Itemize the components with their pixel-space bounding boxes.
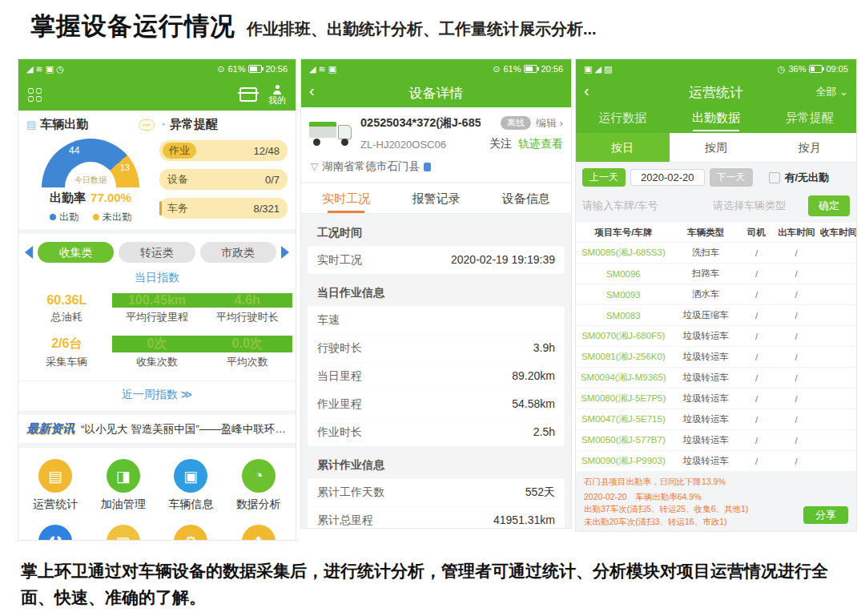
blue-dot-icon	[50, 214, 56, 220]
attendance-panel: ▤ 车辆出勤 … 44 13 今日数据 出勤率77.00% 出勤 未出勤	[26, 117, 155, 224]
status-bar: ▣ ◢ ▨ ◷ 36% 09:05	[576, 59, 856, 79]
location-marker-icon: ▽	[311, 161, 318, 172]
legend-absent: 未出勤	[93, 211, 131, 224]
tab-abnormal[interactable]: 异常提醒	[762, 106, 856, 133]
repair-icon: ⚒	[38, 525, 72, 541]
tab-run-data[interactable]: 运行数据	[576, 106, 670, 133]
status-icons: ◢ ≋ ▣ ◷	[26, 64, 64, 74]
alert-value: 8/321	[253, 203, 280, 215]
search-row: 请输入车牌/车号 请选择车辆类型 确定	[576, 192, 856, 223]
date-nav: 上一天 2020-02-20 下一天 有/无出勤	[576, 163, 856, 192]
stat-collect-vehicles: 2/6台采集车辆	[22, 336, 112, 369]
tab-realtime[interactable]: 实时工况	[301, 183, 391, 213]
device-detail-screen: ◢ ≋ ▣ ⊙ 61% 20:56 ‹ 设备详情 02525034*372(湘J…	[300, 58, 572, 529]
all-filter-dropdown[interactable]: 全部 ⌄	[815, 85, 848, 99]
share-button[interactable]: 分享	[803, 506, 848, 524]
app-repair[interactable]: ⚒维修使用	[22, 525, 90, 541]
tab-alarms[interactable]: 报警记录	[391, 183, 481, 213]
tab-by-week[interactable]: 按周	[670, 133, 763, 162]
tab-transfer[interactable]: 转运类	[119, 242, 195, 263]
next-category-arrow-icon[interactable]	[281, 246, 289, 259]
gauge-present-count: 44	[69, 145, 79, 156]
back-button[interactable]: ‹	[584, 82, 589, 100]
vehicle-mgmt-icon: ⚙	[174, 525, 207, 541]
prev-category-arrow-icon[interactable]	[25, 246, 33, 259]
attendance-title: 车辆出勤	[40, 117, 88, 132]
kv-row: 作业时长2.5h	[308, 418, 565, 446]
section-total: 累计作业信息 累计工作天数552天 累计总里程41951.31km 累计作业里程…	[308, 453, 565, 529]
table-row[interactable]: SM0090(湘J-P9903)垃圾转运车//	[576, 450, 856, 471]
edit-button[interactable]: 编辑 ›	[536, 116, 563, 131]
follow-button[interactable]: 关注	[489, 137, 512, 151]
more-button[interactable]: …	[139, 119, 155, 131]
app-operation-stats[interactable]: ▤运营统计	[22, 459, 90, 512]
app-fuel-mgmt[interactable]: ◨加油管理	[90, 459, 158, 512]
profile-label: 我的	[268, 96, 286, 105]
status-bar: ◢ ≋ ▣ ⊙ 61% 20:56	[301, 59, 571, 79]
app-vehicle-mgmt[interactable]: ⚙车务管理	[157, 525, 225, 541]
tab-by-month[interactable]: 按月	[762, 133, 856, 162]
back-button[interactable]: ‹	[309, 82, 315, 100]
app-vehicle-info[interactable]: ▣车辆信息	[157, 459, 225, 512]
table-row[interactable]: SM0050(湘J-577B7)垃圾转运车//	[576, 429, 856, 450]
tab-device-info[interactable]: 设备信息	[481, 183, 571, 213]
alert-value: 12/48	[253, 145, 280, 157]
app-data-analysis[interactable]: ◔数据分析	[225, 459, 293, 512]
legend-present: 出勤	[50, 211, 78, 224]
tab-municipal[interactable]: 市政类	[200, 242, 276, 263]
table-row[interactable]: SM0094(湘J-M9365)垃圾转运车//	[576, 367, 856, 388]
alert-row-work[interactable]: 作业 12/48	[159, 140, 288, 161]
stat-avg-times: 0.0次平均次数	[202, 336, 292, 369]
battery-icon	[524, 65, 537, 73]
section-today: 当日作业信息 车速 行驶时长3.9h 当日里程89.20km 作业里程54.58…	[308, 280, 565, 446]
nav-bar: ‹ 运营统计 全部 ⌄	[576, 79, 856, 106]
alert-label: 作业	[163, 143, 196, 159]
status-time: 20:56	[541, 64, 563, 74]
alert-row-device[interactable]: 设备 0/7	[159, 169, 288, 190]
next-day-button[interactable]: 下一天	[710, 168, 753, 187]
week-index-link[interactable]: 近一周指数 ≫	[18, 380, 296, 410]
prev-day-button[interactable]: 上一天	[582, 168, 626, 187]
confirm-button[interactable]: 确定	[808, 195, 850, 216]
battery-icon	[809, 65, 823, 73]
vehicle-type-select[interactable]: 请选择车辆类型	[695, 199, 803, 213]
device-model: ZL-HJ2020OSC06	[360, 139, 446, 151]
truck-image	[309, 115, 354, 147]
profile-button[interactable]: 我的	[268, 85, 286, 105]
alert-value: 0/7	[265, 174, 280, 186]
alert-icon: ◔	[159, 119, 166, 131]
plate-search-input[interactable]: 请输入车牌/车号	[582, 199, 690, 213]
table-row[interactable]: SM0070(湘J-680F5)垃圾转运车//	[576, 325, 856, 346]
date-input[interactable]: 2020-02-20	[630, 169, 705, 186]
scan-icon[interactable]	[239, 87, 257, 102]
attendance-summary: 石门县项目出勤率，日同比下降13.9% 2020-02-20 车辆出勤率64.9…	[576, 471, 856, 532]
table-row[interactable]: SM0085(湘J-685S3)洗扫车//	[576, 242, 856, 263]
tab-attendance-data[interactable]: 出勤数据	[670, 106, 763, 133]
app-accident-log[interactable]: ▦事故记录	[90, 525, 158, 541]
table-row[interactable]: SM0047(湘J-5E715)垃圾转运车//	[576, 409, 856, 429]
table-row[interactable]: SM0083垃圾压缩车//	[576, 304, 856, 325]
tab-by-day[interactable]: 按日	[576, 133, 670, 162]
location-row: ▽ 湖南省常德市石门县	[301, 158, 571, 182]
alert-row-vehicle[interactable]: 车务 8/321	[159, 198, 288, 219]
news-text: “以小见大 智造美丽中国”——盈峰中联环境...	[81, 422, 288, 437]
tab-collection[interactable]: 收集类	[38, 242, 114, 263]
table-row[interactable]: SM0093洒水车//	[576, 284, 856, 304]
alerts-title: 异常提醒	[170, 117, 218, 132]
checkbox-label: 有/无出勤	[785, 171, 830, 185]
track-view-link[interactable]: 轨迹查看	[518, 137, 563, 151]
attendance-checkbox[interactable]	[769, 172, 780, 183]
table-row[interactable]: SM0081(湘J-256K0)垃圾转运车//	[576, 346, 856, 367]
table-row[interactable]: SM0096扫路车//	[576, 263, 856, 284]
kv-row: 车速	[308, 306, 565, 334]
accident-log-icon: ▦	[107, 525, 140, 541]
kv-row: 作业里程54.58km	[308, 390, 565, 418]
app-parts-mall[interactable]: ❖配件商城	[225, 525, 293, 541]
status-time: 20:56	[265, 64, 288, 74]
battery-percent: 61%	[227, 64, 245, 74]
qr-grid-icon[interactable]	[28, 88, 42, 102]
stats-grid: 60.36L总油耗 100.45km平均行驶里程 4.6h平均行驶时长 2/6台…	[18, 287, 296, 380]
table-row[interactable]: SM0080(湘J-5E7P5)垃圾转运车//	[576, 388, 856, 409]
news-bar[interactable]: 最新资讯 “以小见大 智造美丽中国”——盈峰中联环境...	[18, 415, 296, 448]
page-subtitle: 作业排班、出勤统计分析、工作量统计展示分析...	[247, 20, 597, 38]
